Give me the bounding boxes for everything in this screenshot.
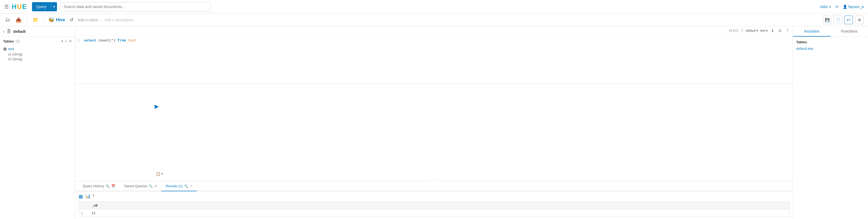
user-icon: 👤 xyxy=(843,5,847,9)
tables-section-header: Tables (1) ▾ + ↺ xyxy=(0,37,75,45)
results-column-header: _c0 xyxy=(79,201,789,209)
download-results-button[interactable]: ⬇ xyxy=(770,28,775,33)
hamburger-icon[interactable]: ☰ xyxy=(4,4,9,10)
right-tab-assistant[interactable]: Assistant xyxy=(793,26,831,37)
hive-label: 🐝 Hive xyxy=(49,17,65,23)
results-expand-icon[interactable]: ⤢ xyxy=(190,184,192,188)
format-dropdown-arrow: ▾ xyxy=(766,29,768,33)
left-sidebar: ‹ 🗄 default Tables (1) ▾ + ↺ ▦ test s1 (… xyxy=(0,26,75,219)
logo-u: U xyxy=(17,3,22,10)
toolbar-right: 💾 📄 🏷 ⚙ xyxy=(823,15,864,24)
editor-bottom-icons: 📋 ▾ xyxy=(155,170,164,177)
help-button[interactable]: ? xyxy=(785,28,789,33)
jobs-link[interactable]: Jobs ≡ xyxy=(819,5,831,9)
results-grid-icon[interactable]: ▦ xyxy=(79,193,83,199)
tabs-header: Query History 🔍 📅 Saved Queries 🔍 ↺ Resu… xyxy=(75,181,793,191)
results-chart-arrow[interactable]: ▾ xyxy=(93,193,94,199)
query-button-label[interactable]: Query xyxy=(32,5,51,9)
query-dropdown-arrow[interactable]: ▾ xyxy=(51,5,57,9)
tab-results[interactable]: Results (1) 🔍 ⤢ xyxy=(161,181,197,191)
query-history-calendar-icon[interactable]: 📅 xyxy=(111,184,115,188)
snippet-icon: 📋 xyxy=(156,171,160,176)
field-s1[interactable]: s1 (string) xyxy=(0,52,75,57)
refresh-tables-icon[interactable]: ↺ xyxy=(68,39,72,43)
tab-query-history[interactable]: Query History 🔍 📅 xyxy=(79,181,120,191)
settings-icon-button[interactable]: ⚙ xyxy=(855,15,864,24)
right-panel-content: Tables default.test xyxy=(793,37,868,54)
execution-time: 24.87s xyxy=(729,29,738,33)
saved-queries-search-icon[interactable]: 🔍 xyxy=(149,184,153,188)
database-dropdown-arrow: ▾ xyxy=(756,29,758,33)
toolbar-undo-button[interactable]: ↺ xyxy=(68,16,74,24)
share-icon-button[interactable]: 📤 xyxy=(14,16,23,24)
saved-queries-refresh-icon[interactable]: ↺ xyxy=(154,184,157,188)
user-label: fayson_a xyxy=(848,5,864,9)
save-icon-button[interactable]: 💾 xyxy=(823,15,831,24)
query-history-search-icon[interactable]: 🔍 xyxy=(106,184,110,188)
code-editor-wrapper: 1 select count(*) from test ▶ 📋 xyxy=(75,35,793,177)
table-ref: test xyxy=(128,38,136,42)
tables-label: Tables xyxy=(3,39,14,43)
results-search-icon[interactable]: 🔍 xyxy=(184,184,188,188)
format-dropdown[interactable]: text ▾ xyxy=(760,29,768,33)
code-editor[interactable]: 1 select count(*) from test xyxy=(75,35,793,84)
saved-queries-label: Saved Queries xyxy=(124,184,147,188)
user-link[interactable]: 👤 fayson_a xyxy=(843,5,864,9)
database-dropdown[interactable]: default ▾ xyxy=(746,29,758,33)
snippet-arrow: ▾ xyxy=(161,171,163,176)
add-description-placeholder[interactable]: Add a description... xyxy=(104,18,136,22)
query-button[interactable]: Query ▾ xyxy=(32,2,57,11)
logo-e: E xyxy=(22,3,27,10)
table-item-test[interactable]: ▦ test xyxy=(0,45,75,52)
database-icon: 🗄 xyxy=(7,29,11,34)
drag-handle[interactable]: • • • xyxy=(75,177,793,181)
keyword-from: from xyxy=(118,38,126,42)
files-icon-button[interactable]: 🗂 xyxy=(4,16,11,24)
snippet-icon-button[interactable]: 📋 ▾ xyxy=(156,171,163,176)
editor-settings-button[interactable]: ⚙ xyxy=(777,28,783,33)
jobs-icon: ≡ xyxy=(829,5,831,9)
filter-icon[interactable]: ▾ xyxy=(61,39,63,43)
keyword-select: select xyxy=(84,38,96,42)
row-number: 1 xyxy=(81,211,92,215)
column-c0: _c0 xyxy=(92,204,787,208)
table-icon: ▦ xyxy=(3,46,7,51)
right-panel-tabs: Assistant Functions xyxy=(793,26,868,37)
toolbar-left: 🗂 📤 📁 🐝 Hive ↺ Add a name... Add a descr… xyxy=(4,16,136,24)
function-count: count(*) xyxy=(99,38,115,42)
tables-action-icons: ▾ + ↺ xyxy=(61,39,72,43)
undo-icon[interactable]: ↺ xyxy=(835,5,838,9)
folder-icon-button[interactable]: 📁 xyxy=(31,16,39,24)
sidebar-header: ‹ 🗄 default xyxy=(0,26,75,37)
row-value: 11 xyxy=(92,211,787,215)
logo-h: H xyxy=(12,3,17,10)
tag-icon-button[interactable]: 🏷 xyxy=(844,15,853,24)
tables-section-label: Tables xyxy=(796,40,865,44)
sidebar-back-button[interactable]: ‹ xyxy=(3,29,5,34)
table-name[interactable]: test xyxy=(8,47,14,51)
database-name[interactable]: default xyxy=(13,29,26,34)
tab-saved-queries[interactable]: Saved Queries 🔍 ↺ xyxy=(120,181,161,191)
add-name-placeholder[interactable]: Add a name... xyxy=(78,18,101,22)
tables-count: (1) xyxy=(16,39,20,43)
top-nav: ☰ HUE Query ▾ Jobs ≡ ↺ 👤 fayson_a xyxy=(0,0,868,13)
editor-toolbar: 🗂 📤 📁 🐝 Hive ↺ Add a name... Add a descr… xyxy=(0,13,868,26)
field-s2[interactable]: s2 (string) xyxy=(0,57,75,62)
right-tab-functions[interactable]: Functions xyxy=(831,26,868,37)
new-doc-icon-button[interactable]: 📄 xyxy=(834,15,842,24)
drag-dots: • • • xyxy=(431,178,437,181)
results-view-icons: ▦ 📊 ▾ xyxy=(79,193,789,199)
run-query-button[interactable]: ▶ xyxy=(155,103,159,110)
run-button-area: ▶ xyxy=(155,103,159,110)
add-table-icon[interactable]: + xyxy=(65,39,67,43)
results-table: ▦ 📊 ▾ _c0 1 11 xyxy=(75,191,793,219)
table-row: 1 11 xyxy=(79,209,789,217)
nav-right: Jobs ≡ ↺ 👤 fayson_a xyxy=(819,5,864,9)
results-chart-icon[interactable]: 📊 xyxy=(85,193,91,199)
search-input[interactable] xyxy=(60,2,211,11)
code-content[interactable]: select count(*) from test xyxy=(75,38,793,43)
hive-icon: 🐝 xyxy=(49,17,54,23)
table-link[interactable]: default.test xyxy=(796,46,813,51)
right-panel: Assistant Functions Tables default.test xyxy=(793,26,868,219)
editor-meta-bar: 24.87s 🗄 default ▾ text ▾ ⬇ ⚙ ? xyxy=(75,26,793,35)
